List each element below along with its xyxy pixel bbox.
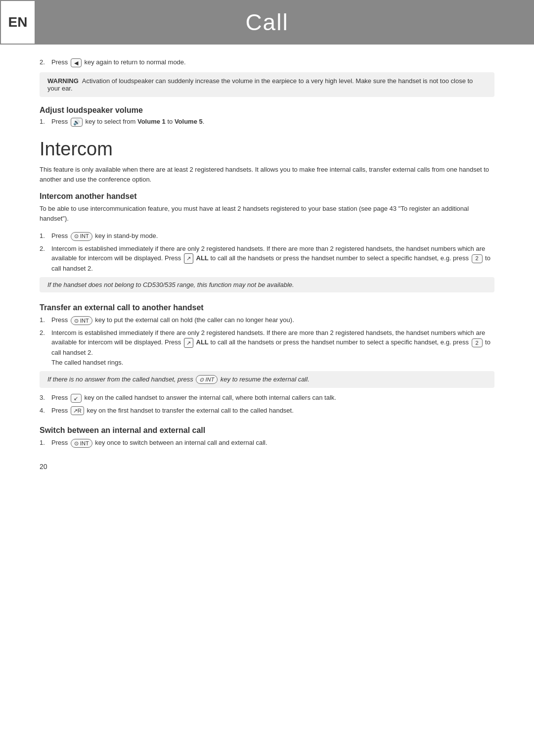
number-2-key-icon: 2	[472, 254, 483, 263]
transfer-info-text: If there is no answer from the called ha…	[47, 376, 310, 383]
transfer-step-2: 2. Intercom is established immediately i…	[40, 328, 494, 367]
transfer-title: Transfer an external call to another han…	[40, 303, 494, 312]
intercom-info-text: If the handset does not belong to CD530/…	[47, 281, 294, 288]
switch-step-1: 1. Press ⊙ INT key once to switch betwee…	[40, 438, 494, 448]
resume-key-icon: ⊙ INT	[196, 375, 218, 384]
page-header: EN Call	[0, 0, 534, 45]
volume-5-label: Volume 5	[175, 118, 203, 125]
language-badge: EN	[0, 0, 36, 45]
intercom-key-icon: ⊙ INT	[71, 232, 92, 241]
answer-key-icon: ↙	[71, 394, 82, 403]
all-key: ↗	[184, 253, 193, 264]
step-number: 2.	[40, 58, 48, 67]
transfer-end-key-icon: ↗R	[71, 406, 84, 415]
all-label-2: ALL	[196, 338, 209, 346]
warning-box: WARNING Activation of loudspeaker can su…	[40, 72, 494, 97]
page-number: 20	[40, 463, 494, 471]
intercom-another-handset-title: Intercom another handset	[40, 192, 494, 201]
language-label: EN	[8, 14, 28, 30]
switch-title: Switch between an internal and external …	[40, 426, 494, 435]
volume-1-label: Volume 1	[137, 118, 166, 125]
switch-section: Switch between an internal and external …	[40, 426, 494, 448]
number-2-key-2-icon: 2	[472, 338, 483, 347]
intercom-another-handset-intro: To be able to use intercommunication fea…	[40, 204, 494, 223]
page-content: 2. Press ◀ key again to return to normal…	[0, 45, 534, 500]
volume-key-icon: 🔊	[71, 118, 83, 127]
transfer-section: Transfer an external call to another han…	[40, 303, 494, 415]
transfer-info-box: If there is no answer from the called ha…	[40, 371, 494, 388]
transfer-steps: 1. Press ⊙ INT key to put the external c…	[40, 315, 494, 367]
switch-steps: 1. Press ⊙ INT key once to switch betwee…	[40, 438, 494, 448]
all-label: ALL	[196, 254, 209, 262]
transfer-step-3: 3. Press ↙ key on the called handset to …	[40, 393, 494, 403]
warning-text: Activation of loudspeaker can suddenly i…	[47, 77, 473, 92]
transfer-key-icon: ⊙ INT	[71, 316, 92, 325]
step-text: Press ◀ key again to return to normal mo…	[51, 58, 186, 67]
intercom-title: Intercom	[40, 139, 494, 160]
switch-key-icon: ⊙ INT	[71, 439, 92, 448]
intercom-intro: This feature is only available when ther…	[40, 165, 494, 184]
step-number: 1.	[40, 118, 48, 127]
intercom-another-handset: Intercom another handset To be able to u…	[40, 192, 494, 292]
transfer-step-1: 1. Press ⊙ INT key to put the external c…	[40, 315, 494, 325]
adjust-volume-step1: 1. Press 🔊 key to select from Volume 1 t…	[40, 118, 494, 127]
step-2: 2. Intercom is established immediately i…	[40, 244, 494, 274]
step-1: 1. Press ⊙ INT key in stand-by mode.	[40, 231, 494, 241]
adjust-volume-title: Adjust loudspeaker volume	[40, 106, 494, 115]
adjust-volume-section: Adjust loudspeaker volume 1. Press 🔊 key…	[40, 106, 494, 127]
key-icon: ◀	[71, 58, 82, 67]
transfer-steps-34: 3. Press ↙ key on the called handset to …	[40, 393, 494, 415]
intercom-another-steps: 1. Press ⊙ INT key in stand-by mode. 2. …	[40, 231, 494, 273]
warning-label: WARNING	[47, 77, 79, 85]
called-handset-rings: The called handset rings.	[51, 359, 123, 366]
page-title: Call	[245, 9, 288, 36]
step-normal-mode: 2. Press ◀ key again to return to normal…	[40, 58, 494, 67]
intercom-info-box: If the handset does not belong to CD530/…	[40, 277, 494, 292]
transfer-step-4: 4. Press ↗R key on the first handset to …	[40, 406, 494, 416]
intercom-section: Intercom This feature is only available …	[40, 139, 494, 448]
all-key-2: ↗	[184, 338, 193, 348]
step-text: Press 🔊 key to select from Volume 1 to V…	[51, 118, 204, 127]
